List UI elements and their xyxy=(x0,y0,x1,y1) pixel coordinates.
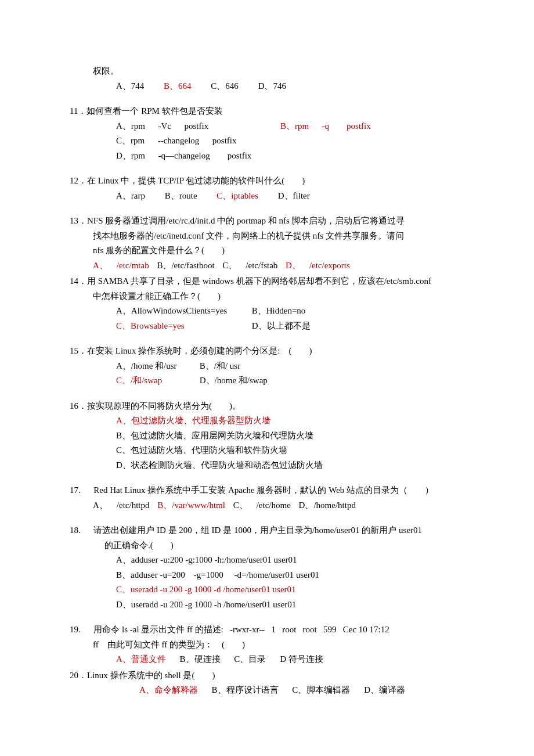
opt-d: D、以上都不是 xyxy=(252,321,311,330)
opt-c: C、目录 xyxy=(234,654,266,664)
opt-c: C、Browsable=yes xyxy=(116,319,250,334)
opt-c: C、iptables xyxy=(217,191,258,200)
options: A、 /etc/mtab B、/etc/fastboot C、 /etc/fst… xyxy=(70,258,464,273)
options: A、 /etc/httpd B、/var/www/html C、 /etc/ho… xyxy=(70,498,464,513)
opt-b: B、硬连接 xyxy=(180,654,221,664)
stem-cont: 权限。 xyxy=(70,64,464,79)
opt-d: D、rpm -q—changelog postfix xyxy=(70,149,464,164)
stem-l2: 找本地服务器的/etc/inetd.conf 文件，向网络上的机子提供 nfs … xyxy=(70,229,464,244)
opt-d: D、编译器 xyxy=(364,685,405,694)
opt-a: A、AllowWindowsClients=yes xyxy=(116,304,250,319)
question-20: 20．Linux 操作系统中的 shell 是( ) A、命令解释器 B、程序设… xyxy=(70,668,464,698)
options: A、rarp B、route C、iptables D、filter xyxy=(70,189,464,204)
opt-d: D、useradd -u 200 -g 1000 -h /home/user01… xyxy=(70,597,464,613)
options: A、普通文件 B、硬连接 C、目录 D 符号连接 xyxy=(70,652,464,667)
stem: 20．Linux 操作系统中的 shell 是( ) xyxy=(70,668,464,683)
opt-d: D、状态检测防火墙、代理防火墙和动态包过滤防火墙 xyxy=(70,458,464,473)
opt-c: C、 /etc/fstab xyxy=(222,261,277,270)
opt-b: B、Hidden=no xyxy=(252,306,306,315)
question-18: 18. 请选出创建用户 ID 是 200，组 ID 是 1000，用户主目录为/… xyxy=(70,523,464,612)
stem-l2: 的正确命令.( ) xyxy=(70,538,464,553)
opt-a: A、普通文件 xyxy=(116,654,166,664)
opt-d: D、/home 和/swap xyxy=(200,376,268,385)
stem-l3: nfs 服务的配置文件是什么？( ) xyxy=(70,243,464,258)
opt-a: A、命令解释器 xyxy=(139,685,198,694)
opt-c: C、/和/swap xyxy=(116,373,197,388)
opt-d: D、/home/httpd xyxy=(299,501,356,510)
opt-c: C、 /etc/home xyxy=(233,501,291,510)
opt-b: B、/和/ usr xyxy=(200,361,240,370)
opt-a: A、 /etc/httpd xyxy=(93,501,150,510)
opt-a: A、rarp xyxy=(116,191,145,200)
opt-c: C、脚本编辑器 xyxy=(292,685,350,694)
opt-c: C、646 xyxy=(211,81,239,91)
opt-a: A、包过滤防火墙、代理服务器型防火墙 xyxy=(70,413,464,429)
question-14: 14．用 SAMBA 共享了目录，但是 windows 机器下的网络邻居却看不到… xyxy=(70,274,464,333)
question-13: 13．NFS 服务器通过调用/etc/rc.d/init.d 中的 portma… xyxy=(70,214,464,273)
opt-d: D、 /etc/exports xyxy=(286,261,350,270)
question-11: 11．如何查看一个 RPM 软件包是否安装 A、rpm -Vc postfix … xyxy=(70,104,464,163)
question-19: 19. 用命令 ls -al 显示出文件 ff 的描述: -rwxr-xr-- … xyxy=(70,622,464,667)
question-10: 权限。 A、744 B、664 C、646 D、746 xyxy=(70,64,464,93)
stem: 15．在安装 Linux 操作系统时，必须创建的两个分区是: ( ) xyxy=(70,344,464,359)
opt-b: B、rpm -q postfix xyxy=(280,121,371,131)
stem-l1: 14．用 SAMBA 共享了目录，但是 windows 机器下的网络邻居却看不到… xyxy=(70,274,464,289)
options-row1: A、/home 和/usr B、/和/ usr xyxy=(70,359,464,374)
opt-d: D、746 xyxy=(258,81,286,91)
opt-a: A、adduser -u:200 -g:1000 -h:/home/user01… xyxy=(70,553,464,568)
question-17: 17. Red Hat Linux 操作系统中手工安装 Apache 服务器时，… xyxy=(70,483,464,513)
opt-a: A、744 xyxy=(116,81,144,91)
stem-l2: ff 由此可知文件 ff 的类型为： ( ) xyxy=(70,638,464,653)
opt-a: A、rpm -Vc postfix xyxy=(116,121,208,131)
options-row1: A、AllowWindowsClients=yes B、Hidden=no xyxy=(70,304,464,319)
opt-d: D 符号连接 xyxy=(280,654,323,664)
opt-b: B、/var/www/html xyxy=(157,501,225,510)
options: A、命令解释器 B、程序设计语言 C、脚本编辑器 D、编译器 xyxy=(70,683,464,698)
opt-a: A、/home 和/usr xyxy=(116,359,197,374)
opt-b: B、664 xyxy=(164,81,192,91)
stem-l1: 13．NFS 服务器通过调用/etc/rc.d/init.d 中的 portma… xyxy=(70,214,464,229)
stem: 11．如何查看一个 RPM 软件包是否安装 xyxy=(70,104,464,119)
options-row2: C、Browsable=yes D、以上都不是 xyxy=(70,319,464,334)
stem-l1: 19. 用命令 ls -al 显示出文件 ff 的描述: -rwxr-xr-- … xyxy=(70,622,464,638)
opt-d: D、filter xyxy=(278,191,310,200)
options: A、744 B、664 C、646 D、746 xyxy=(70,79,464,94)
question-12: 12．在 Linux 中，提供 TCP/IP 包过滤功能的软件叫什么( ) A、… xyxy=(70,174,464,203)
opt-c: C、rpm --changelog postfix xyxy=(70,134,464,149)
options-row1: A、rpm -Vc postfix B、rpm -q postfix xyxy=(70,119,464,134)
opt-c: C、包过滤防火墙、代理防火墙和软件防火墙 xyxy=(70,443,464,458)
stem: 12．在 Linux 中，提供 TCP/IP 包过滤功能的软件叫什么( ) xyxy=(70,174,464,189)
opt-b: B、程序设计语言 xyxy=(212,685,279,694)
opt-a: A、 /etc/mtab xyxy=(93,261,149,270)
opt-b: B、route xyxy=(165,191,197,200)
question-15: 15．在安装 Linux 操作系统时，必须创建的两个分区是: ( ) A、/ho… xyxy=(70,344,464,388)
stem-l2: 中怎样设置才能正确工作？( ) xyxy=(70,289,464,304)
opt-b: B、/etc/fastboot xyxy=(157,261,214,270)
stem: 17. Red Hat Linux 操作系统中手工安装 Apache 服务器时，… xyxy=(70,483,464,498)
stem-l1: 18. 请选出创建用户 ID 是 200，组 ID 是 1000，用户主目录为/… xyxy=(70,523,464,538)
options-row2: C、/和/swap D、/home 和/swap xyxy=(70,373,464,388)
question-16: 16．按实现原理的不同将防火墙分为( )。 A、包过滤防火墙、代理服务器型防火墙… xyxy=(70,399,464,473)
opt-b: B、包过滤防火墙、应用层网关防火墙和代理防火墙 xyxy=(70,429,464,444)
stem: 16．按实现原理的不同将防火墙分为( )。 xyxy=(70,399,464,414)
opt-b: B、adduser -u=200 -g=1000 -d=/home/user01… xyxy=(70,568,464,583)
opt-c: C、useradd -u 200 -g 1000 -d /home/user01… xyxy=(70,582,464,597)
